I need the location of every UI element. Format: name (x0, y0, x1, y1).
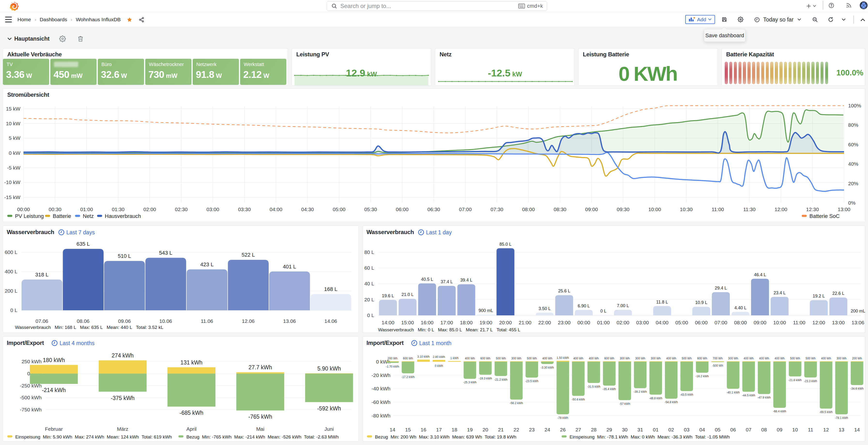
svg-text:500 Wh: 500 Wh (790, 357, 800, 360)
svg-text:03:30: 03:30 (238, 207, 251, 212)
svg-text:27: 27 (576, 427, 581, 433)
svg-text:-1.70 kWh: -1.70 kWh (386, 365, 399, 368)
svg-text:05:30: 05:30 (364, 207, 377, 212)
svg-text:03:00: 03:00 (207, 207, 219, 212)
svg-text:13:06: 13:06 (851, 320, 864, 325)
svg-text:03:00: 03:00 (636, 320, 649, 325)
svg-text:23:00: 23:00 (558, 320, 571, 325)
svg-text:12:00: 12:00 (812, 320, 825, 325)
svg-text:19.6 L: 19.6 L (382, 294, 394, 298)
svg-text:3.50 L: 3.50 L (538, 306, 551, 311)
svg-text:300 Wh: 300 Wh (512, 357, 521, 360)
svg-text:-80 kWh: -80 kWh (372, 413, 391, 418)
svg-text:10:30: 10:30 (680, 207, 693, 212)
svg-text:-23.5 kWh: -23.5 kWh (525, 379, 538, 383)
svg-text:200 Wh: 200 Wh (852, 357, 862, 360)
svg-text:22: 22 (514, 427, 519, 433)
svg-text:-43.5 kWh: -43.5 kWh (680, 393, 693, 397)
svg-text:16:00: 16:00 (421, 320, 434, 325)
svg-text:22.6 L: 22.6 L (832, 291, 844, 296)
svg-text:06:30: 06:30 (428, 207, 440, 212)
svg-text:-25.3 kWh: -25.3 kWh (463, 381, 476, 384)
svg-text:80 L: 80 L (364, 249, 374, 255)
svg-text:-44.5 kWh: -44.5 kWh (742, 394, 755, 397)
svg-text:04:00: 04:00 (656, 320, 669, 325)
svg-text:200 mL: 200 mL (850, 309, 865, 313)
svg-text:06: 06 (730, 427, 736, 433)
svg-text:02:00: 02:00 (143, 207, 156, 212)
svg-text:11.8 L: 11.8 L (656, 300, 668, 305)
svg-text:0 kW: 0 kW (9, 150, 20, 156)
svg-text:3.10 kWh: 3.10 kWh (417, 355, 430, 358)
svg-text:12:30: 12:30 (806, 207, 819, 212)
svg-text:04:30: 04:30 (301, 207, 314, 212)
svg-text:13:00: 13:00 (838, 207, 850, 212)
svg-text:17:00: 17:00 (440, 320, 453, 325)
svg-text:02:00: 02:00 (617, 320, 629, 325)
svg-text:-47.9 kWh: -47.9 kWh (757, 396, 771, 399)
svg-text:10.9 L: 10.9 L (695, 300, 707, 305)
svg-text:23.4 L: 23.4 L (774, 290, 786, 295)
svg-text:10:00: 10:00 (648, 207, 661, 212)
svg-text:09:00: 09:00 (585, 207, 598, 212)
svg-text:-40.1 kWh: -40.1 kWh (726, 391, 740, 394)
svg-text:40%: 40% (848, 161, 858, 167)
svg-text:600 Wh: 600 Wh (604, 357, 614, 360)
svg-text:16: 16 (421, 427, 426, 433)
svg-text:-78 kWh: -78 kWh (557, 416, 568, 420)
svg-text:Einspeisung Min: -78.1 kWh M: Einspeisung Min: -78.1 kWh Max: 0 kWh Me… (569, 434, 730, 439)
svg-text:500 Wh: 500 Wh (496, 357, 506, 360)
svg-text:15 kW: 15 kW (6, 106, 20, 111)
svg-text:14:00: 14:00 (382, 320, 395, 325)
svg-text:28: 28 (591, 427, 596, 433)
svg-text:-31.5 kWh: -31.5 kWh (587, 385, 600, 388)
svg-text:04:00: 04:00 (270, 207, 282, 212)
svg-text:600 Wh: 600 Wh (403, 357, 413, 360)
svg-text:19.2 L: 19.2 L (813, 294, 825, 299)
svg-text:200 Wh: 200 Wh (388, 357, 398, 360)
svg-text:30: 30 (622, 427, 627, 433)
svg-text:40.5 L: 40.5 L (421, 277, 433, 282)
svg-text:13:00: 13:00 (832, 320, 845, 325)
svg-text:20%: 20% (848, 181, 858, 186)
svg-text:2.80 kWh: 2.80 kWh (433, 355, 445, 359)
svg-text:02: 02 (668, 427, 674, 433)
svg-text:400 Wh: 400 Wh (666, 357, 676, 360)
svg-text:-3.30 kWh: -3.30 kWh (541, 366, 554, 369)
svg-text:-48.8 kWh: -48.8 kWh (649, 397, 662, 400)
svg-text:-35.4 kWh: -35.4 kWh (603, 387, 616, 391)
svg-text:02:30: 02:30 (175, 207, 188, 212)
svg-text:00:30: 00:30 (49, 207, 61, 212)
svg-text:-21.2 kWh: -21.2 kWh (494, 378, 507, 381)
svg-text:600 Wh: 600 Wh (480, 357, 490, 360)
svg-text:400 Wh: 400 Wh (589, 357, 598, 360)
svg-text:46.4 L: 46.4 L (754, 272, 766, 277)
svg-text:15: 15 (405, 427, 411, 433)
svg-text:09: 09 (777, 427, 782, 433)
svg-text:-50.6 kWh: -50.6 kWh (572, 398, 585, 401)
svg-text:18: 18 (452, 427, 457, 433)
svg-text:-15 kW: -15 kW (4, 195, 20, 200)
svg-text:0 L: 0 L (600, 309, 606, 313)
svg-text:10:00: 10:00 (773, 320, 786, 325)
svg-text:26: 26 (560, 427, 566, 433)
svg-text:09:00: 09:00 (754, 320, 767, 325)
svg-text:PV Leistung: PV Leistung (15, 213, 44, 219)
svg-text:6.90 L: 6.90 L (578, 304, 590, 308)
svg-text:08: 08 (761, 427, 767, 433)
svg-text:03: 03 (684, 427, 689, 433)
svg-text:21: 21 (498, 427, 504, 433)
svg-text:15:00: 15:00 (401, 320, 414, 325)
svg-text:19: 19 (467, 427, 473, 433)
svg-text:1.50 kWh: 1.50 kWh (557, 356, 569, 360)
svg-text:10: 10 (792, 427, 798, 433)
svg-text:-23.3 kWh: -23.3 kWh (804, 379, 817, 383)
svg-text:1 kWh: 1 kWh (450, 356, 459, 360)
svg-text:-60 kWh: -60 kWh (372, 399, 391, 405)
svg-text:7.00 L: 7.00 L (617, 303, 629, 308)
svg-text:10 kW: 10 kW (6, 121, 20, 126)
svg-text:0 kWh: 0 kWh (435, 364, 443, 368)
svg-text:13: 13 (839, 427, 844, 433)
svg-text:-500 Wh: -500 Wh (712, 364, 723, 367)
svg-text:12: 12 (823, 427, 829, 433)
